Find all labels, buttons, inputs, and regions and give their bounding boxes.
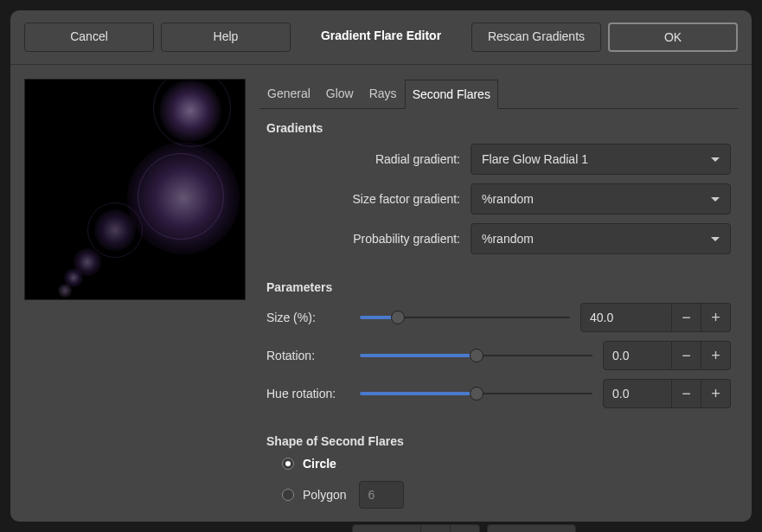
dropdown-size-factor-gradient[interactable]: %random [471,183,731,215]
dropdown-probability-gradient[interactable]: %random [471,223,731,254]
dialog-title: Gradient Flare Editor [298,22,464,52]
step-up-button[interactable]: + [701,303,731,332]
tab-rays[interactable]: Rays [362,79,405,108]
slider-rotation[interactable] [360,347,592,364]
dropdown-radial-gradient[interactable]: Flare Glow Radial 1 [471,144,731,175]
label-hue-rotation: Hue rotation: [266,387,349,401]
chevron-down-icon [711,237,720,241]
help-button[interactable]: Help [161,22,291,52]
slider-thumb[interactable] [470,387,483,401]
flare-preview [24,79,246,300]
label-size-factor-gradient: Size factor gradient: [266,192,471,206]
heading-gradients: Gradients [266,121,731,135]
cancel-button[interactable]: Cancel [24,22,154,52]
radio-circle[interactable] [282,458,294,470]
slider-size[interactable] [360,309,570,326]
slider-thumb[interactable] [391,311,405,324]
tab-second-flares[interactable]: Second Flares [405,80,498,109]
tab-bar: General Glow Rays Second Flares [259,79,738,109]
new-seed-button[interactable]: New Seed [487,524,576,532]
slider-thumb[interactable] [470,349,483,362]
tab-glow[interactable]: Glow [318,79,362,108]
rescan-gradients-button[interactable]: Rescan Gradients [471,22,601,52]
chevron-down-icon [711,197,720,202]
slider-hue-rotation[interactable] [360,385,592,402]
heading-shape: Shape of Second Flares [266,434,731,448]
label-size: Size (%): [266,311,349,324]
label-radial-gradient: Radial gradient: [266,152,471,166]
heading-parameters: Parameters [266,280,731,294]
toolbar: Cancel Help Gradient Flare Editor Rescan… [10,10,752,65]
step-up-button[interactable]: + [701,379,731,408]
step-down-button[interactable]: − [672,379,701,408]
input-random-seed[interactable]: 1 [352,524,421,532]
label-polygon: Polygon [303,488,347,502]
step-down-button[interactable]: − [421,524,451,532]
dialog-gradient-flare-editor: Cancel Help Gradient Flare Editor Rescan… [10,10,752,522]
ok-button[interactable]: OK [608,22,738,52]
tab-general[interactable]: General [259,79,318,108]
step-up-button[interactable]: + [451,524,480,532]
input-rotation[interactable]: 0.0 [603,341,672,370]
radio-polygon[interactable] [282,489,294,501]
dropdown-value: Flare Glow Radial 1 [482,152,588,166]
label-probability-gradient: Probability gradient: [266,232,471,246]
label-circle: Circle [303,457,336,471]
input-size[interactable]: 40.0 [580,303,672,332]
step-down-button[interactable]: − [672,341,701,370]
step-down-button[interactable]: − [672,303,701,332]
input-polygon-sides[interactable]: 6 [359,481,404,509]
dropdown-value: %random [482,192,534,206]
chevron-down-icon [711,157,720,162]
dropdown-value: %random [482,232,534,246]
input-hue-rotation[interactable]: 0.0 [603,379,672,408]
step-up-button[interactable]: + [701,341,731,370]
label-rotation: Rotation: [266,349,349,362]
